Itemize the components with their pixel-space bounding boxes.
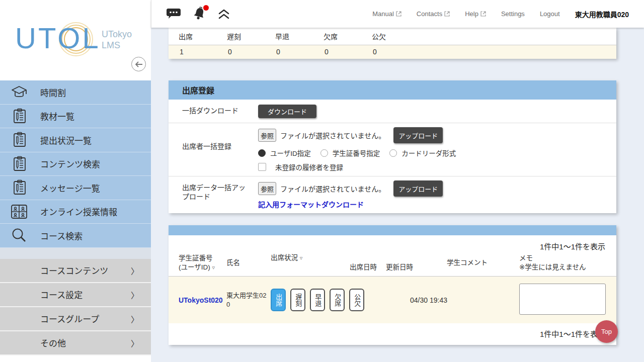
- sidebar-collapse-button[interactable]: [131, 57, 146, 71]
- sidebar-item-content-search[interactable]: コンテンツ検索: [0, 152, 151, 176]
- bulk-download-row: 一括ダウンロード ダウンロード: [169, 100, 616, 123]
- nav-label: Manual: [372, 10, 394, 18]
- nav-logout[interactable]: Logout: [540, 10, 560, 18]
- header-line: メモ: [519, 254, 606, 263]
- download-button[interactable]: ダウンロード: [258, 105, 316, 118]
- attendance-registration-section: 出席登録 一括ダウンロード ダウンロード 出席者一括登録 参照 ファイルが選択さ…: [169, 80, 616, 213]
- browse-button[interactable]: 参照: [258, 129, 276, 142]
- nav-help[interactable]: Help: [465, 10, 486, 18]
- sidebar-item-course-contents[interactable]: コースコンテンツ 〉: [0, 259, 151, 283]
- format-download-link[interactable]: 記入用フォーマットダウンロード: [258, 199, 364, 209]
- status-button-excused[interactable]: 公欠: [349, 289, 364, 311]
- topbar-nav: Manual Contacts Help Settings Logout 東大用…: [372, 9, 644, 19]
- student-id-link[interactable]: UTokyoSt020: [179, 296, 223, 304]
- sidebar-item-label: コースコンテンツ: [40, 264, 108, 277]
- file-status-text: ファイルが選択されていません。: [280, 184, 385, 194]
- search-icon: [10, 227, 28, 244]
- sidebar-item-online-class-info[interactable]: オンライン授業情報: [0, 200, 151, 224]
- summary-value: 0: [372, 45, 420, 59]
- radio-button-icon: [389, 149, 397, 157]
- notification-dot: [203, 5, 209, 11]
- status-button-late[interactable]: 遅刻: [290, 289, 305, 311]
- memo-textarea[interactable]: [519, 284, 606, 315]
- sidebar-item-timetable[interactable]: 時間割: [0, 80, 151, 105]
- clipboard-icon: [10, 179, 28, 196]
- logo-area: UTOL UTokyo LMS: [0, 0, 151, 80]
- clipboard-icon: [10, 108, 28, 125]
- sidebar-item-submission-status[interactable]: 提出状況一覧: [0, 128, 151, 152]
- file-status-text: ファイルが選択されていません。: [280, 130, 385, 140]
- nav-settings[interactable]: Settings: [501, 10, 525, 18]
- file-select-line: 参照 ファイルが選択されていません。 アップロード: [258, 127, 616, 143]
- updated-at-cell: 04/30 19:43: [386, 296, 447, 304]
- chat-icon[interactable]: [167, 8, 181, 21]
- sidebar-item-others[interactable]: その他 〉: [0, 331, 151, 355]
- chevron-right-icon: 〉: [131, 264, 139, 277]
- summary-header: 遅刻: [227, 28, 275, 45]
- radio-label: カードリーダ形式: [401, 148, 456, 158]
- logo-subtext-2: LMS: [102, 40, 120, 50]
- sidebar-item-messages[interactable]: メッセージ一覧: [0, 176, 151, 200]
- sidebar-item-course-settings[interactable]: コース設定 〉: [0, 283, 151, 307]
- sort-indicator-icon[interactable]: ▿: [300, 255, 303, 261]
- upload-button[interactable]: アップロード: [393, 127, 443, 143]
- summary-value: 0: [275, 45, 324, 59]
- radio-student-card-number[interactable]: 学生証番号指定: [320, 148, 380, 158]
- list-header-row: 学生証番号 (ユーザID) ▿ 氏名 出席状況 ▿ 出席日時 更新日時 学生コメ…: [169, 251, 616, 277]
- status-buttons-cell: 出席 遅刻 早退 欠席 公欠: [271, 289, 350, 311]
- online-class-grid-icon: [10, 203, 28, 220]
- column-header-memo: メモ ※学生には見えません: [519, 254, 606, 272]
- sidebar-item-course-search[interactable]: コース検索: [0, 224, 151, 248]
- sort-indicator-icon[interactable]: ▿: [212, 264, 215, 270]
- checkbox-icon[interactable]: [258, 163, 266, 171]
- external-link-icon: [480, 11, 486, 17]
- sidebar-group-divider: [0, 248, 151, 259]
- collapse-up-icon[interactable]: [218, 9, 230, 20]
- browse-button[interactable]: 参照: [258, 182, 276, 195]
- sidebar-item-label: その他: [40, 336, 66, 349]
- student-name-cell: 東大用学生020: [226, 291, 271, 309]
- topbar: Manual Contacts Help Settings Logout 東大用…: [151, 0, 644, 28]
- summary-header: 公欠: [372, 28, 420, 45]
- sidebar-item-label: コースグループ: [40, 312, 99, 325]
- header-text: (ユーザID): [179, 263, 210, 271]
- radio-button-icon: [258, 149, 266, 157]
- graduation-cap-icon: [10, 83, 28, 101]
- upload-button[interactable]: アップロード: [393, 180, 443, 197]
- column-header-status[interactable]: 出席状況 ▿: [271, 252, 350, 262]
- nav-label: Settings: [501, 10, 525, 18]
- nav-contacts[interactable]: Contacts: [417, 10, 450, 18]
- current-user-name: 東大用教職員020: [575, 9, 629, 19]
- attendee-bulk-register-row: 出席者一括登録 参照 ファイルが選択されていません。 アップロード ユーザID指…: [169, 123, 616, 176]
- scroll-to-top-button[interactable]: Top: [595, 320, 618, 343]
- summary-value: 1: [179, 45, 227, 59]
- external-link-icon: [396, 11, 401, 17]
- column-header-student-comment: 学生コメント: [447, 258, 519, 267]
- summary-value: 0: [227, 45, 275, 59]
- column-header-student-id[interactable]: 学生証番号 (ユーザID) ▿: [179, 254, 226, 272]
- nav-manual[interactable]: Manual: [372, 10, 401, 18]
- sidebar-menu-primary: 時間割 教材一覧 提出状況一覧 コンテンツ検索 メッセージ一覧: [0, 80, 151, 248]
- header-line: ※学生には見えません: [519, 263, 606, 272]
- radio-label: 学生証番号指定: [333, 148, 380, 158]
- bell-icon[interactable]: [192, 7, 207, 22]
- topbar-icons: [151, 7, 230, 22]
- radio-card-reader[interactable]: カードリーダ形式: [389, 148, 456, 158]
- status-button-early-leave[interactable]: 早退: [310, 289, 325, 311]
- list-title-bar: [169, 225, 616, 235]
- nav-label: Contacts: [417, 10, 442, 18]
- bulk-download-label: 一括ダウンロード: [169, 107, 258, 116]
- sidebar-item-label: コンテンツ検索: [40, 157, 100, 170]
- attendance-table-row: UTokyoSt020 東大用学生020 出席 遅刻 早退 欠席 公欠 04/3…: [169, 277, 616, 323]
- summary-value-row: 1 0 0 0 0: [169, 45, 616, 59]
- status-button-present[interactable]: 出席: [271, 289, 286, 311]
- status-button-absent[interactable]: 欠席: [330, 289, 345, 311]
- register-unregistered-option[interactable]: 未登録の履修者を登録: [258, 162, 616, 172]
- radio-user-id[interactable]: ユーザID指定: [258, 148, 311, 158]
- column-header-name: 氏名: [226, 258, 271, 267]
- sidebar-item-course-group[interactable]: コースグループ 〉: [0, 307, 151, 331]
- sidebar-item-materials[interactable]: 教材一覧: [0, 105, 151, 129]
- sidebar: UTOL UTokyo LMS 時間割 教材一覧 提出状況一覧: [0, 0, 151, 362]
- clipboard-icon: [10, 131, 28, 148]
- summary-header: 欠席: [324, 28, 372, 45]
